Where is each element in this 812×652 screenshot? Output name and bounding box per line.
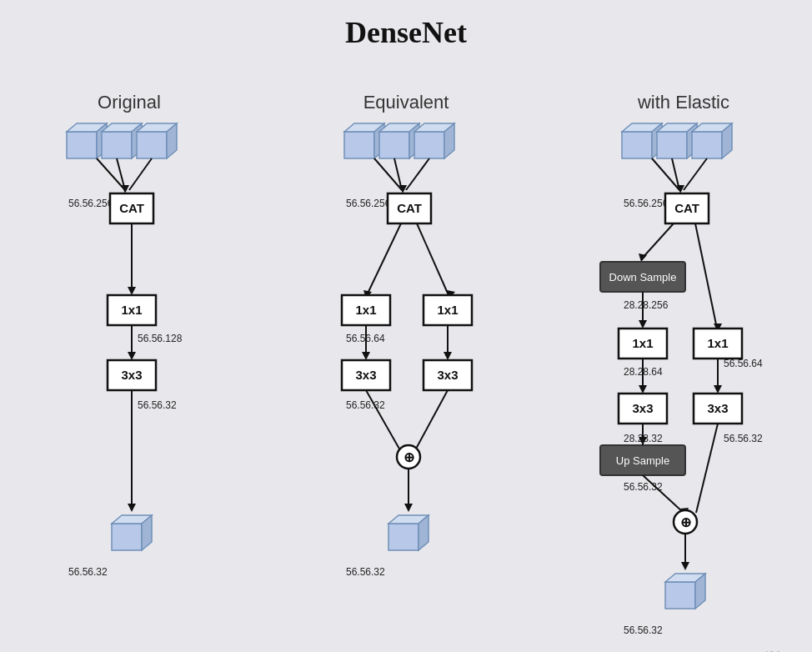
svg-marker-28 <box>362 352 370 360</box>
svg-line-23 <box>417 223 449 295</box>
elastic-up-sample: Up Sample <box>616 454 669 467</box>
elastic-3x3-left: 3x3 <box>632 401 653 415</box>
svg-line-5 <box>129 158 152 190</box>
svg-marker-15 <box>128 504 136 512</box>
page-container: DenseNet Original Equivalent with Elasti… <box>0 0 812 652</box>
equiv-cat-label: CAT <box>397 201 422 215</box>
svg-line-57 <box>695 223 717 329</box>
svg-marker-6 <box>122 185 129 193</box>
svg-line-18 <box>406 158 429 190</box>
elastic-cat-label: CAT <box>674 201 699 215</box>
svg-line-21 <box>367 223 401 295</box>
equiv-plus: ⊕ <box>403 450 414 464</box>
equiv-out-dim: 56.56.32 <box>346 566 385 578</box>
elastic-plus: ⊕ <box>680 515 691 529</box>
elastic-down-sample: Down Sample <box>609 271 677 283</box>
svg-line-44 <box>642 223 674 258</box>
svg-marker-1 <box>0 58 40 67</box>
orig-dim-cat: 56.56.256 <box>68 198 113 209</box>
elastic-dim-56-32-right: 56.56.32 <box>724 433 763 444</box>
diagrams-area: Original Equivalent with Elastic <box>0 58 812 652</box>
col-title-equivalent: Equivalent <box>363 92 449 113</box>
svg-marker-2 <box>30 58 40 93</box>
orig-cat-label: CAT <box>119 201 144 215</box>
col-title-original: Original <box>98 92 161 113</box>
equiv-3x3-right: 3x3 <box>437 368 458 382</box>
main-diagram-svg: Original Equivalent with Elastic <box>0 58 812 652</box>
elastic-dim-cat: 56.56.256 <box>624 198 669 209</box>
svg-marker-38 <box>404 504 413 512</box>
elastic-dim-28-256: 28.28.256 <box>624 299 669 311</box>
svg-marker-12 <box>128 352 136 360</box>
elastic-1x1-right: 1x1 <box>707 336 728 350</box>
equiv-1x1-left: 1x1 <box>355 303 376 317</box>
orig-3x3-label: 3x3 <box>121 368 142 382</box>
col-title-elastic: with Elastic <box>637 92 729 113</box>
equiv-dim-32: 56.56.32 <box>346 399 385 411</box>
orig-out-dim: 56.56.32 <box>68 566 108 578</box>
elastic-dim-56-64: 56.56.64 <box>724 358 763 369</box>
orig-dim-128: 56.56.128 <box>138 333 183 344</box>
svg-marker-61 <box>714 385 722 394</box>
elastic-3x3-right: 3x3 <box>707 401 728 415</box>
svg-line-63 <box>696 424 718 513</box>
elastic-dim-56-32-left: 56.56.32 <box>624 481 663 493</box>
svg-marker-51 <box>639 385 647 394</box>
main-title: DenseNet <box>345 15 467 50</box>
svg-marker-9 <box>128 287 136 295</box>
elastic-1x1-left: 1x1 <box>632 336 653 350</box>
svg-line-56 <box>643 475 684 513</box>
svg-line-34 <box>415 390 448 450</box>
svg-marker-48 <box>639 320 647 329</box>
equiv-dim-cat: 56.56.256 <box>346 198 391 209</box>
orig-1x1-label: 1x1 <box>121 303 142 317</box>
svg-line-41 <box>684 158 707 190</box>
svg-marker-67 <box>681 562 689 570</box>
equiv-3x3-left: 3x3 <box>355 368 376 382</box>
equiv-1x1-right: 1x1 <box>437 303 458 317</box>
elastic-out-dim: 56.56.32 <box>624 624 663 636</box>
orig-dim-32: 56.56.32 <box>138 399 177 411</box>
svg-rect-0 <box>0 67 30 93</box>
svg-marker-30 <box>444 352 452 360</box>
